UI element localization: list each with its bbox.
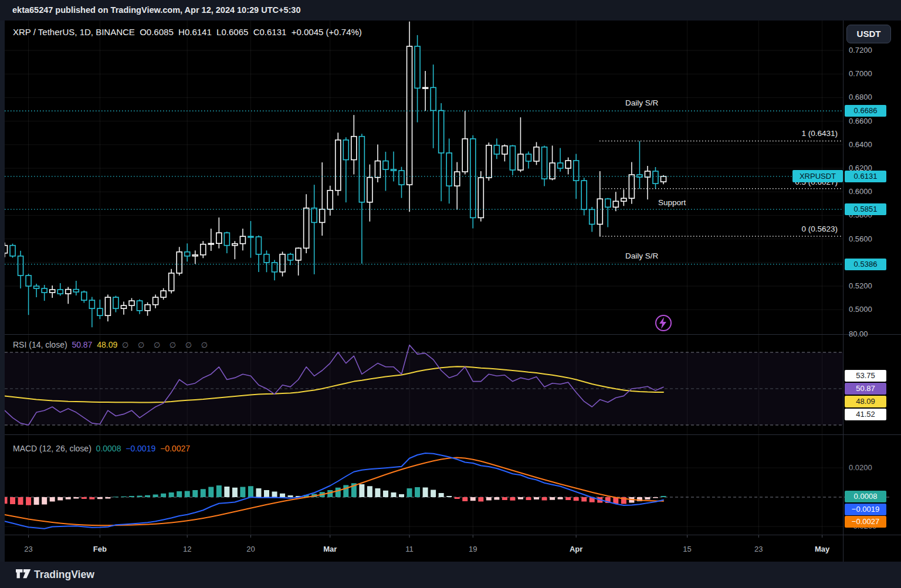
candle[interactable]: [145, 305, 150, 311]
quick-trade-button[interactable]: [655, 315, 672, 331]
annotation-daily-sr-upper[interactable]: Daily S/R: [625, 98, 658, 107]
candle[interactable]: [161, 291, 166, 297]
candle[interactable]: [201, 244, 206, 255]
candle[interactable]: [526, 154, 531, 161]
time-axis-tick[interactable]: Mar: [313, 545, 348, 553]
candle[interactable]: [565, 161, 571, 168]
candle[interactable]: [351, 137, 357, 160]
candle[interactable]: [82, 292, 87, 300]
candle[interactable]: [327, 191, 333, 209]
candle[interactable]: [637, 175, 642, 177]
candle[interactable]: [446, 153, 452, 186]
candle[interactable]: [105, 297, 110, 315]
candle[interactable]: [660, 176, 666, 182]
candle[interactable]: [10, 246, 15, 256]
candle[interactable]: [66, 290, 71, 294]
candle[interactable]: [415, 46, 420, 88]
chart-canvas[interactable]: [0, 0, 901, 562]
candle[interactable]: [129, 301, 134, 305]
symbol-title[interactable]: XRP / TetherUS, 1D, BINANCE: [13, 27, 135, 37]
rsi-pane-header[interactable]: RSI (14, close) 50.87 48.09 ∅ ∅ ∅ ∅ ∅ ∅: [13, 340, 211, 349]
candle[interactable]: [455, 172, 460, 186]
candle[interactable]: [264, 254, 269, 263]
candle[interactable]: [153, 297, 158, 305]
annotation-support[interactable]: Support: [658, 198, 686, 207]
candle[interactable]: [621, 198, 626, 201]
candle[interactable]: [423, 87, 428, 89]
candle[interactable]: [534, 147, 539, 161]
time-axis-tick[interactable]: May: [805, 545, 840, 553]
candle[interactable]: [399, 171, 404, 185]
candle[interactable]: [653, 171, 658, 183]
candle[interactable]: [510, 146, 515, 170]
candle[interactable]: [439, 111, 444, 153]
candle[interactable]: [581, 181, 587, 209]
candle[interactable]: [57, 290, 63, 294]
time-axis-tick[interactable]: 20: [233, 545, 268, 553]
candle[interactable]: [383, 161, 388, 169]
candle[interactable]: [336, 140, 341, 191]
time-axis-tick[interactable]: 23: [11, 545, 46, 553]
candle[interactable]: [256, 237, 261, 254]
candle[interactable]: [97, 308, 103, 315]
candle[interactable]: [169, 273, 174, 291]
time-axis-tick[interactable]: 11: [392, 545, 427, 553]
candle[interactable]: [137, 301, 143, 311]
symbol-legend[interactable]: XRP / TetherUS, 1D, BINANCE O0.6085 H0.6…: [13, 27, 362, 37]
candle[interactable]: [502, 146, 507, 154]
candle[interactable]: [232, 244, 238, 246]
annotation-fib-1[interactable]: 1 (0.6431): [750, 129, 838, 138]
candle[interactable]: [248, 236, 253, 237]
candle[interactable]: [296, 248, 301, 260]
candle[interactable]: [542, 147, 547, 179]
candle[interactable]: [391, 169, 396, 171]
main-pane[interactable]: [2, 22, 666, 328]
candle[interactable]: [375, 161, 380, 178]
candle[interactable]: [558, 163, 563, 168]
candle[interactable]: [216, 233, 222, 243]
macd-pane-header[interactable]: MACD (12, 26, close) 0.0008 −0.0019 −0.0…: [13, 444, 190, 453]
time-axis-tick[interactable]: 19: [455, 545, 490, 553]
candle[interactable]: [359, 137, 364, 202]
candle[interactable]: [343, 140, 348, 160]
candle[interactable]: [121, 305, 126, 308]
candle[interactable]: [431, 87, 436, 110]
candle[interactable]: [590, 209, 595, 224]
candle[interactable]: [177, 252, 182, 273]
candle[interactable]: [192, 255, 198, 256]
candle[interactable]: [304, 208, 309, 248]
candle[interactable]: [494, 145, 499, 154]
candle[interactable]: [605, 199, 611, 207]
candle[interactable]: [288, 254, 293, 260]
candle[interactable]: [50, 290, 55, 293]
currency-toggle-button[interactable]: USDT: [846, 25, 891, 43]
annotation-daily-sr-lower[interactable]: Daily S/R: [625, 251, 658, 260]
candle[interactable]: [470, 139, 476, 218]
candle[interactable]: [89, 300, 94, 308]
candle[interactable]: [574, 161, 579, 181]
candle[interactable]: [629, 175, 634, 198]
time-axis-tick[interactable]: 15: [670, 545, 705, 553]
candle[interactable]: [518, 154, 523, 170]
candle[interactable]: [597, 199, 602, 224]
candle[interactable]: [113, 297, 118, 308]
candle[interactable]: [462, 139, 468, 172]
time-axis-tick[interactable]: Feb: [82, 545, 117, 553]
candle[interactable]: [208, 243, 214, 244]
candle[interactable]: [311, 208, 317, 223]
candle[interactable]: [407, 46, 412, 185]
candle[interactable]: [367, 178, 372, 202]
annotation-fib-0[interactable]: 0 (0.5623): [750, 225, 838, 233]
candle[interactable]: [320, 209, 325, 223]
candle[interactable]: [18, 256, 23, 276]
time-axis-tick[interactable]: Apr: [558, 545, 594, 553]
candle[interactable]: [185, 252, 190, 256]
candle[interactable]: [26, 276, 31, 286]
candle[interactable]: [486, 145, 492, 178]
candle[interactable]: [34, 286, 39, 288]
candle[interactable]: [240, 236, 245, 243]
candle[interactable]: [73, 290, 79, 292]
macd-pane[interactable]: [2, 453, 666, 529]
candle[interactable]: [478, 178, 483, 217]
candle[interactable]: [42, 288, 47, 293]
